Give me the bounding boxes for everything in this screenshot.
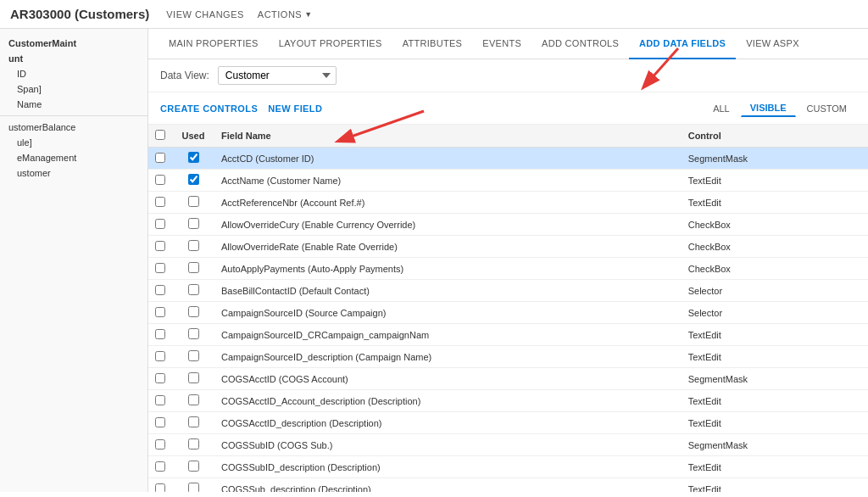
row-fieldname-cell: CampaignSourceID (Source Campaign) [214, 302, 682, 324]
row-fieldname-cell: AcctCD (Customer ID) [214, 148, 682, 170]
row-control-cell: TextEdit [682, 192, 868, 214]
row-checkbox[interactable] [155, 307, 165, 317]
row-select-cell [148, 412, 172, 434]
row-used-checkbox[interactable] [188, 328, 199, 339]
tab-main-properties[interactable]: MAIN PROPERTIES [159, 29, 269, 59]
row-checkbox[interactable] [155, 439, 165, 450]
tab-view-aspx[interactable]: VIEW ASPX [736, 29, 810, 59]
filter-custom-button[interactable]: CUSTOM [798, 100, 856, 117]
row-used-checkbox[interactable] [188, 461, 199, 472]
row-select-cell [148, 478, 172, 493]
row-checkbox[interactable] [155, 241, 165, 251]
data-view-select[interactable]: Customer [218, 66, 337, 85]
sidebar-item-customermaint[interactable]: CustomerMaint [0, 36, 147, 51]
row-used-checkbox[interactable] [188, 394, 199, 405]
tab-add-data-fields[interactable]: ADD DATA FIELDS [629, 29, 736, 59]
sidebar-item-customerbalance[interactable]: ustomerBalance [0, 120, 147, 135]
sidebar: CustomerMaint unt ID Span] Name ustomerB… [0, 29, 148, 492]
tab-add-controls[interactable]: ADD CONTROLS [531, 29, 629, 59]
row-used-cell [172, 434, 214, 456]
row-used-cell [172, 236, 214, 258]
row-control-cell: SegmentMask [682, 434, 868, 456]
toolbar-row: CREATE CONTROLS NEW FIELD ALL VISIBLE CU… [148, 92, 868, 125]
row-control-cell: CheckBox [682, 258, 868, 280]
row-checkbox[interactable] [155, 197, 165, 207]
row-checkbox[interactable] [155, 175, 165, 185]
sidebar-item-id[interactable]: ID [0, 66, 147, 81]
page-title: AR303000 (Customers) [10, 7, 149, 21]
top-bar: AR303000 (Customers) VIEW CHANGES ACTION… [0, 0, 868, 29]
tab-attributes[interactable]: ATTRIBUTES [392, 29, 473, 59]
table-row: CampaignSourceID_CRCampaign_campaignNamT… [148, 324, 868, 346]
row-control-cell: Selector [682, 302, 868, 324]
row-checkbox[interactable] [155, 461, 165, 472]
create-controls-button[interactable]: CREATE CONTROLS [160, 103, 258, 114]
row-used-cell [172, 324, 214, 346]
actions-button[interactable]: ACTIONS ▼ [258, 9, 313, 20]
row-checkbox[interactable] [155, 373, 165, 383]
row-control-cell: TextEdit [682, 346, 868, 368]
filter-visible-button[interactable]: VISIBLE [741, 99, 796, 117]
tab-layout-properties[interactable]: LAYOUT PROPERTIES [269, 29, 392, 59]
row-used-checkbox[interactable] [188, 438, 199, 450]
row-used-checkbox[interactable] [188, 372, 199, 383]
row-checkbox[interactable] [155, 417, 165, 427]
row-used-checkbox[interactable] [188, 262, 199, 273]
row-used-checkbox[interactable] [188, 152, 199, 163]
sidebar-item-unt[interactable]: unt [0, 51, 147, 66]
row-checkbox[interactable] [155, 329, 165, 339]
table-row: CampaignSourceID (Source Campaign)Select… [148, 302, 868, 324]
row-fieldname-cell: AllowOverrideRate (Enable Rate Override) [214, 236, 682, 258]
row-select-cell [148, 148, 172, 170]
sidebar-item-span[interactable]: Span] [0, 81, 147, 97]
row-control-cell: Selector [682, 280, 868, 302]
row-fieldname-cell: COGSAcctID_Account_description (Descript… [214, 390, 682, 412]
sidebar-item-ustomer[interactable]: ustomer [0, 165, 147, 181]
content-area: MAIN PROPERTIES LAYOUT PROPERTIES ATTRIB… [148, 29, 868, 492]
select-all-checkbox[interactable] [155, 130, 165, 140]
table-row: COGSSub_description (Description)TextEdi… [148, 478, 868, 493]
new-field-button[interactable]: NEW FIELD [268, 103, 322, 114]
row-used-checkbox[interactable] [188, 196, 199, 207]
row-checkbox[interactable] [155, 483, 165, 493]
row-fieldname-cell: CampaignSourceID_CRCampaign_campaignNam [214, 324, 682, 346]
row-used-cell [172, 412, 214, 434]
row-select-cell [148, 192, 172, 214]
table-row: AcctReferenceNbr (Account Ref.#)TextEdit [148, 192, 868, 214]
row-used-checkbox[interactable] [188, 284, 199, 295]
row-checkbox[interactable] [155, 351, 165, 361]
row-checkbox[interactable] [155, 395, 165, 405]
col-header-control: Control [682, 125, 868, 148]
tab-events[interactable]: EVENTS [472, 29, 531, 59]
row-checkbox[interactable] [155, 263, 165, 273]
row-select-cell [148, 346, 172, 368]
col-header-checkbox [148, 125, 172, 148]
row-used-checkbox[interactable] [188, 483, 199, 492]
filter-all-button[interactable]: ALL [704, 100, 739, 117]
sidebar-item-emanagement[interactable]: eManagement [0, 150, 147, 165]
row-checkbox[interactable] [155, 153, 165, 163]
row-used-checkbox[interactable] [188, 174, 199, 185]
sidebar-item-name[interactable]: Name [0, 97, 147, 112]
row-fieldname-cell: CampaignSourceID_description (Campaign N… [214, 346, 682, 368]
row-used-checkbox[interactable] [188, 306, 199, 317]
tab-bar: MAIN PROPERTIES LAYOUT PROPERTIES ATTRIB… [148, 29, 868, 59]
row-fieldname-cell: COGSSub_description (Description) [214, 478, 682, 493]
table-row: COGSAcctID_description (Description)Text… [148, 412, 868, 434]
row-select-cell [148, 280, 172, 302]
row-select-cell [148, 170, 172, 192]
row-used-checkbox[interactable] [188, 218, 199, 229]
row-checkbox[interactable] [155, 285, 165, 295]
view-changes-button[interactable]: VIEW CHANGES [166, 9, 244, 20]
table-row: AutoApplyPayments (Auto-Apply Payments)C… [148, 258, 868, 280]
row-fieldname-cell: COGSAcctID (COGS Account) [214, 368, 682, 390]
sidebar-item-ule[interactable]: ule] [0, 135, 147, 150]
row-used-checkbox[interactable] [188, 416, 199, 427]
row-used-checkbox[interactable] [188, 350, 199, 361]
row-used-checkbox[interactable] [188, 240, 199, 251]
row-used-cell [172, 368, 214, 390]
table-row: COGSAcctID_Account_description (Descript… [148, 390, 868, 412]
row-checkbox[interactable] [155, 219, 165, 229]
row-fieldname-cell: AcctReferenceNbr (Account Ref.#) [214, 192, 682, 214]
toolbar-right: ALL VISIBLE CUSTOM [704, 99, 856, 117]
